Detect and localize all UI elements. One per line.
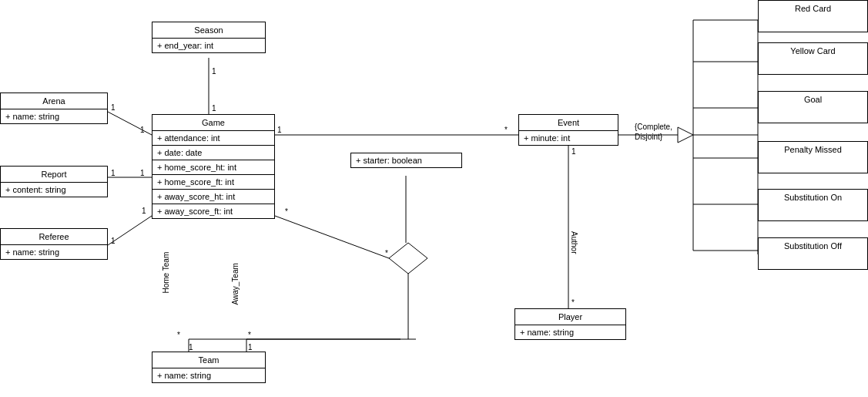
svg-text:*: *	[285, 207, 288, 216]
substitution-on-box: Substitution On	[758, 189, 868, 221]
red-card-title: Red Card	[759, 1, 867, 16]
player-attr-1: + name: string	[515, 325, 625, 339]
game-attr-1: + attendance: int	[152, 131, 274, 146]
game-attr-6: + away_score_ft: int	[152, 204, 274, 218]
svg-text:*: *	[504, 126, 508, 134]
home-team-label: Home Team	[162, 252, 170, 294]
season-box: Season + end_year: int	[152, 22, 266, 53]
game-title: Game	[152, 115, 274, 131]
team-box: Team + name: string	[152, 352, 266, 383]
referee-title: Referee	[1, 229, 107, 245]
game-attr-3: + home_score_ht: int	[152, 160, 274, 175]
svg-text:1: 1	[142, 207, 146, 215]
svg-line-17	[275, 216, 389, 258]
event-attr-1: + minute: int	[519, 131, 618, 145]
penalty-missed-title: Penalty Missed	[759, 142, 867, 157]
svg-text:1: 1	[277, 126, 282, 134]
game-box: Game + attendance: int + date: date + ho…	[152, 114, 275, 219]
svg-text:1: 1	[140, 126, 145, 134]
game-attr-2: + date: date	[152, 146, 274, 160]
svg-text:1: 1	[212, 67, 216, 76]
referee-box: Referee + name: string	[0, 228, 108, 260]
substitution-on-title: Substitution On	[759, 190, 867, 205]
connection-lines: 1 1 1 1 1 1 1 1 1 * * * *	[0, 0, 868, 397]
goal-title: Goal	[759, 92, 867, 107]
goal-box: Goal	[758, 91, 868, 123]
season-attr-1: + end_year: int	[152, 39, 265, 52]
svg-text:*: *	[385, 249, 388, 257]
svg-text:1: 1	[248, 343, 253, 352]
team-attr-1: + name: string	[152, 368, 265, 382]
svg-line-9	[108, 216, 152, 245]
game-attr-4: + home_score_ft: int	[152, 175, 274, 190]
svg-text:*: *	[571, 298, 575, 307]
svg-text:1: 1	[571, 147, 576, 156]
event-box: Event + minute: int	[518, 114, 618, 146]
yellow-card-box: Yellow Card	[758, 42, 868, 75]
yellow-card-title: Yellow Card	[759, 43, 867, 59]
arena-title: Arena	[1, 93, 107, 109]
game-attr-5: + away_score_ht: int	[152, 190, 274, 204]
season-title: Season	[152, 22, 265, 39]
svg-text:1: 1	[140, 169, 145, 177]
svg-text:1: 1	[111, 103, 116, 112]
penalty-missed-box: Penalty Missed	[758, 141, 868, 173]
svg-marker-34	[678, 127, 693, 143]
report-attr-1: + content: string	[1, 183, 107, 197]
red-card-box: Red Card	[758, 0, 868, 32]
substitution-off-title: Substitution Off	[759, 238, 867, 254]
report-title: Report	[1, 167, 107, 183]
player-box: Player + name: string	[514, 308, 626, 340]
participation-box: + starter: boolean	[350, 153, 462, 168]
participation-attr-1: + starter: boolean	[351, 153, 461, 167]
svg-marker-16	[389, 243, 427, 274]
substitution-off-box: Substitution Off	[758, 237, 868, 270]
event-title: Event	[519, 115, 618, 131]
team-title: Team	[152, 352, 265, 368]
player-title: Player	[515, 309, 625, 325]
referee-attr-1: + name: string	[1, 245, 107, 259]
away-team-label: Away_Team	[231, 263, 240, 304]
arena-box: Arena + name: string	[0, 93, 108, 124]
svg-text:1: 1	[111, 169, 116, 177]
erd-diagram: 1 1 1 1 1 1 1 1 1 * * * *	[0, 0, 868, 397]
svg-text:Author: Author	[570, 231, 578, 254]
svg-text:*: *	[177, 331, 180, 339]
svg-text:1: 1	[189, 343, 193, 352]
report-box: Report + content: string	[0, 166, 108, 197]
svg-line-3	[108, 112, 152, 135]
svg-text:*: *	[248, 331, 251, 339]
svg-text:1: 1	[111, 237, 116, 245]
complete-disjoint-label: {Complete,Disjoint}	[635, 122, 672, 142]
svg-text:1: 1	[212, 104, 216, 113]
arena-attr-1: + name: string	[1, 109, 107, 123]
